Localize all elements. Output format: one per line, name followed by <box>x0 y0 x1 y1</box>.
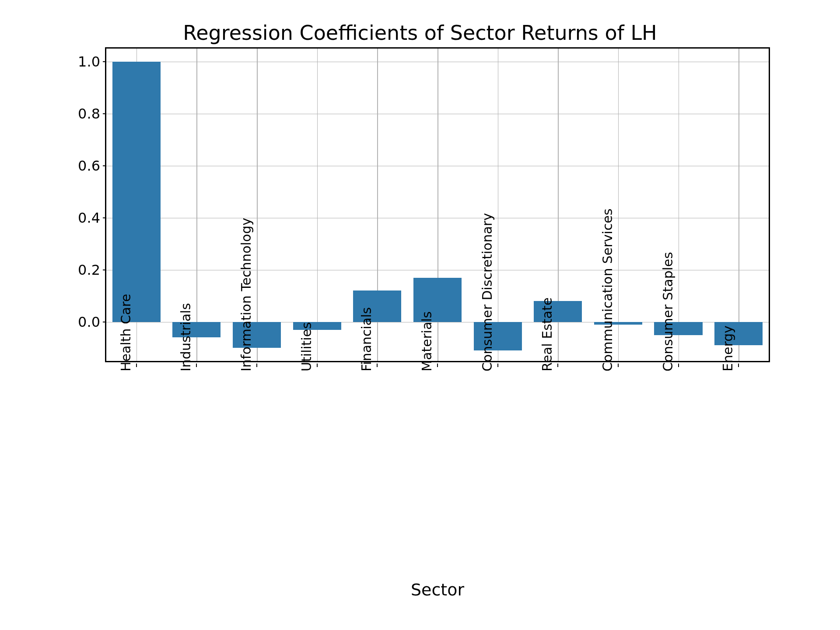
xtick-mark <box>618 364 619 367</box>
xtick-mark <box>317 364 318 367</box>
xtick-label: Communication Services <box>599 209 615 372</box>
gridline-v <box>498 49 499 361</box>
xtick-label: Real Estate <box>539 298 555 371</box>
xtick-label: Health Care <box>118 294 133 371</box>
ytick-label: 0.4 <box>65 210 100 226</box>
xtick-label: Utilities <box>298 322 314 371</box>
plot-outer: Regression Coefficients 0.00.20.40.60.81… <box>105 47 770 362</box>
xtick-label: Consumer Staples <box>660 252 675 371</box>
xtick-mark <box>497 364 498 367</box>
xtick-mark <box>377 364 378 367</box>
ytick-mark <box>103 113 106 114</box>
ytick-label: 0.6 <box>65 158 100 174</box>
gridline-v <box>196 49 197 361</box>
ytick-label: 1.0 <box>65 53 100 70</box>
x-axis-label: Sector <box>105 580 770 599</box>
gridline-v <box>257 49 258 361</box>
xtick-mark <box>196 364 197 367</box>
xtick-mark <box>136 364 137 367</box>
plot-area: 0.00.20.40.60.81.0Health CareIndustrials… <box>105 47 770 362</box>
xtick-mark <box>557 364 558 367</box>
gridline-v <box>679 49 679 361</box>
xtick-label: Energy <box>720 326 735 371</box>
gridline-v <box>317 49 318 361</box>
xtick-mark <box>437 364 438 367</box>
bar <box>112 62 161 322</box>
gridline-v <box>738 49 739 361</box>
gridline-v <box>618 49 619 361</box>
ytick-mark <box>103 270 106 270</box>
xtick-label: Consumer Discretionary <box>479 213 494 371</box>
xtick-label: Industrials <box>178 303 193 371</box>
ytick-mark <box>103 322 106 322</box>
xtick-label: Financials <box>359 307 374 371</box>
xtick-mark <box>738 364 739 367</box>
chart-container: Regression Coefficients of Sector Return… <box>52 18 788 612</box>
ytick-label: 0.8 <box>65 105 100 122</box>
ytick-mark <box>103 165 106 166</box>
xtick-mark <box>256 364 257 367</box>
chart-title: Regression Coefficients of Sector Return… <box>52 18 788 47</box>
xtick-label: Materials <box>419 311 434 371</box>
ytick-label: 0.2 <box>65 262 100 278</box>
ytick-mark <box>103 217 106 218</box>
ytick-mark <box>103 61 106 62</box>
ytick-label: 0.0 <box>65 314 100 330</box>
xtick-label: Information Technology <box>238 218 254 371</box>
xtick-mark <box>678 364 679 367</box>
